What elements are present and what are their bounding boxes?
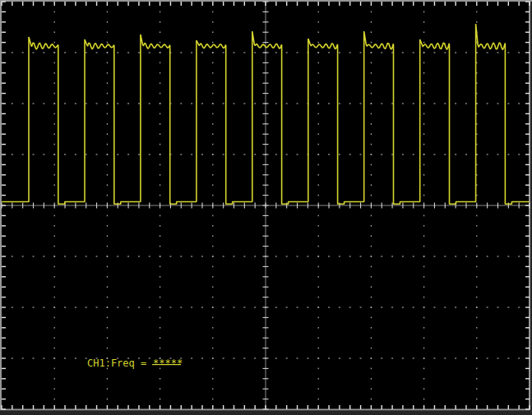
freq-readout: CH1:Freq = ***** — [87, 357, 183, 369]
oscilloscope-screen: CH1:Freq = ***** — [0, 0, 532, 415]
scope-display: CH1:Freq = ***** — [0, 0, 532, 415]
freq-readout-label: CH1:Freq = — [87, 357, 146, 369]
freq-value-underline — [152, 364, 181, 365]
freq-readout-value: ***** — [153, 357, 183, 369]
